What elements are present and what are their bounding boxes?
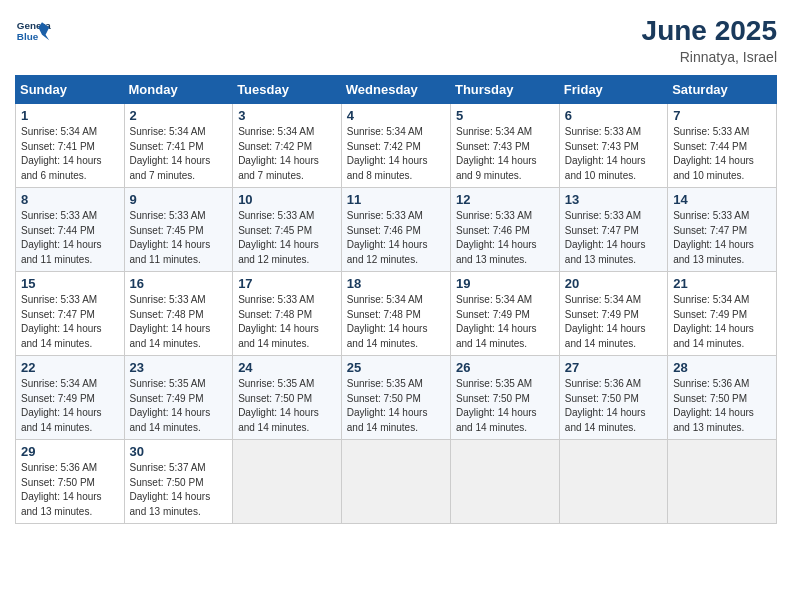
day-info: Sunrise: 5:33 AM Sunset: 7:47 PM Dayligh… [565,209,662,267]
calendar-cell: 3Sunrise: 5:34 AM Sunset: 7:42 PM Daylig… [233,104,342,188]
day-info: Sunrise: 5:33 AM Sunset: 7:48 PM Dayligh… [238,293,336,351]
day-number: 24 [238,360,336,375]
day-info: Sunrise: 5:34 AM Sunset: 7:43 PM Dayligh… [456,125,554,183]
calendar-cell: 8Sunrise: 5:33 AM Sunset: 7:44 PM Daylig… [16,188,125,272]
calendar-cell: 30Sunrise: 5:37 AM Sunset: 7:50 PM Dayli… [124,440,233,524]
day-info: Sunrise: 5:35 AM Sunset: 7:50 PM Dayligh… [347,377,445,435]
calendar-cell: 20Sunrise: 5:34 AM Sunset: 7:49 PM Dayli… [559,272,667,356]
day-number: 14 [673,192,771,207]
calendar-cell: 25Sunrise: 5:35 AM Sunset: 7:50 PM Dayli… [341,356,450,440]
calendar-cell: 29Sunrise: 5:36 AM Sunset: 7:50 PM Dayli… [16,440,125,524]
calendar-cell: 18Sunrise: 5:34 AM Sunset: 7:48 PM Dayli… [341,272,450,356]
day-number: 22 [21,360,119,375]
column-header-friday: Friday [559,76,667,104]
day-number: 8 [21,192,119,207]
day-info: Sunrise: 5:33 AM Sunset: 7:46 PM Dayligh… [456,209,554,267]
column-header-monday: Monday [124,76,233,104]
calendar-table: SundayMondayTuesdayWednesdayThursdayFrid… [15,75,777,524]
calendar-cell: 21Sunrise: 5:34 AM Sunset: 7:49 PM Dayli… [668,272,777,356]
day-info: Sunrise: 5:33 AM Sunset: 7:43 PM Dayligh… [565,125,662,183]
day-info: Sunrise: 5:35 AM Sunset: 7:49 PM Dayligh… [130,377,228,435]
calendar-cell: 9Sunrise: 5:33 AM Sunset: 7:45 PM Daylig… [124,188,233,272]
day-number: 16 [130,276,228,291]
day-info: Sunrise: 5:34 AM Sunset: 7:49 PM Dayligh… [21,377,119,435]
column-header-tuesday: Tuesday [233,76,342,104]
day-number: 27 [565,360,662,375]
day-info: Sunrise: 5:34 AM Sunset: 7:42 PM Dayligh… [238,125,336,183]
calendar-cell: 16Sunrise: 5:33 AM Sunset: 7:48 PM Dayli… [124,272,233,356]
day-info: Sunrise: 5:33 AM Sunset: 7:47 PM Dayligh… [673,209,771,267]
day-number: 26 [456,360,554,375]
day-info: Sunrise: 5:34 AM Sunset: 7:42 PM Dayligh… [347,125,445,183]
logo: General Blue [15,15,51,51]
calendar-cell [559,440,667,524]
day-number: 10 [238,192,336,207]
day-info: Sunrise: 5:34 AM Sunset: 7:49 PM Dayligh… [673,293,771,351]
day-number: 28 [673,360,771,375]
week-row-1: 1Sunrise: 5:34 AM Sunset: 7:41 PM Daylig… [16,104,777,188]
calendar-cell: 14Sunrise: 5:33 AM Sunset: 7:47 PM Dayli… [668,188,777,272]
day-number: 13 [565,192,662,207]
calendar-cell: 15Sunrise: 5:33 AM Sunset: 7:47 PM Dayli… [16,272,125,356]
day-info: Sunrise: 5:35 AM Sunset: 7:50 PM Dayligh… [238,377,336,435]
calendar-header-row: SundayMondayTuesdayWednesdayThursdayFrid… [16,76,777,104]
calendar-cell: 7Sunrise: 5:33 AM Sunset: 7:44 PM Daylig… [668,104,777,188]
column-header-saturday: Saturday [668,76,777,104]
calendar-cell [341,440,450,524]
day-info: Sunrise: 5:37 AM Sunset: 7:50 PM Dayligh… [130,461,228,519]
day-number: 20 [565,276,662,291]
calendar-cell: 10Sunrise: 5:33 AM Sunset: 7:45 PM Dayli… [233,188,342,272]
calendar-cell: 4Sunrise: 5:34 AM Sunset: 7:42 PM Daylig… [341,104,450,188]
day-number: 4 [347,108,445,123]
calendar-cell: 1Sunrise: 5:34 AM Sunset: 7:41 PM Daylig… [16,104,125,188]
day-number: 6 [565,108,662,123]
location-title: Rinnatya, Israel [642,49,777,65]
day-info: Sunrise: 5:33 AM Sunset: 7:45 PM Dayligh… [238,209,336,267]
calendar-cell: 24Sunrise: 5:35 AM Sunset: 7:50 PM Dayli… [233,356,342,440]
day-number: 21 [673,276,771,291]
svg-text:Blue: Blue [17,31,39,42]
calendar-cell: 23Sunrise: 5:35 AM Sunset: 7:49 PM Dayli… [124,356,233,440]
column-header-sunday: Sunday [16,76,125,104]
calendar-cell: 11Sunrise: 5:33 AM Sunset: 7:46 PM Dayli… [341,188,450,272]
logo-icon: General Blue [15,15,51,51]
column-header-thursday: Thursday [450,76,559,104]
day-number: 7 [673,108,771,123]
day-number: 5 [456,108,554,123]
day-number: 17 [238,276,336,291]
week-row-5: 29Sunrise: 5:36 AM Sunset: 7:50 PM Dayli… [16,440,777,524]
day-info: Sunrise: 5:33 AM Sunset: 7:46 PM Dayligh… [347,209,445,267]
calendar-cell: 28Sunrise: 5:36 AM Sunset: 7:50 PM Dayli… [668,356,777,440]
day-info: Sunrise: 5:33 AM Sunset: 7:47 PM Dayligh… [21,293,119,351]
calendar-cell [668,440,777,524]
day-number: 9 [130,192,228,207]
day-number: 19 [456,276,554,291]
day-info: Sunrise: 5:34 AM Sunset: 7:49 PM Dayligh… [456,293,554,351]
calendar-cell: 2Sunrise: 5:34 AM Sunset: 7:41 PM Daylig… [124,104,233,188]
day-info: Sunrise: 5:36 AM Sunset: 7:50 PM Dayligh… [673,377,771,435]
day-info: Sunrise: 5:33 AM Sunset: 7:48 PM Dayligh… [130,293,228,351]
page-header: General Blue June 2025 Rinnatya, Israel [15,15,777,65]
calendar-cell [450,440,559,524]
day-number: 12 [456,192,554,207]
month-title: June 2025 [642,15,777,47]
day-number: 30 [130,444,228,459]
day-info: Sunrise: 5:33 AM Sunset: 7:44 PM Dayligh… [673,125,771,183]
calendar-cell: 6Sunrise: 5:33 AM Sunset: 7:43 PM Daylig… [559,104,667,188]
week-row-4: 22Sunrise: 5:34 AM Sunset: 7:49 PM Dayli… [16,356,777,440]
day-info: Sunrise: 5:34 AM Sunset: 7:41 PM Dayligh… [21,125,119,183]
day-number: 3 [238,108,336,123]
day-number: 11 [347,192,445,207]
week-row-2: 8Sunrise: 5:33 AM Sunset: 7:44 PM Daylig… [16,188,777,272]
day-info: Sunrise: 5:34 AM Sunset: 7:48 PM Dayligh… [347,293,445,351]
day-number: 25 [347,360,445,375]
column-header-wednesday: Wednesday [341,76,450,104]
day-info: Sunrise: 5:33 AM Sunset: 7:44 PM Dayligh… [21,209,119,267]
calendar-cell: 27Sunrise: 5:36 AM Sunset: 7:50 PM Dayli… [559,356,667,440]
day-number: 29 [21,444,119,459]
calendar-cell: 5Sunrise: 5:34 AM Sunset: 7:43 PM Daylig… [450,104,559,188]
calendar-cell: 26Sunrise: 5:35 AM Sunset: 7:50 PM Dayli… [450,356,559,440]
week-row-3: 15Sunrise: 5:33 AM Sunset: 7:47 PM Dayli… [16,272,777,356]
calendar-cell: 13Sunrise: 5:33 AM Sunset: 7:47 PM Dayli… [559,188,667,272]
calendar-cell [233,440,342,524]
